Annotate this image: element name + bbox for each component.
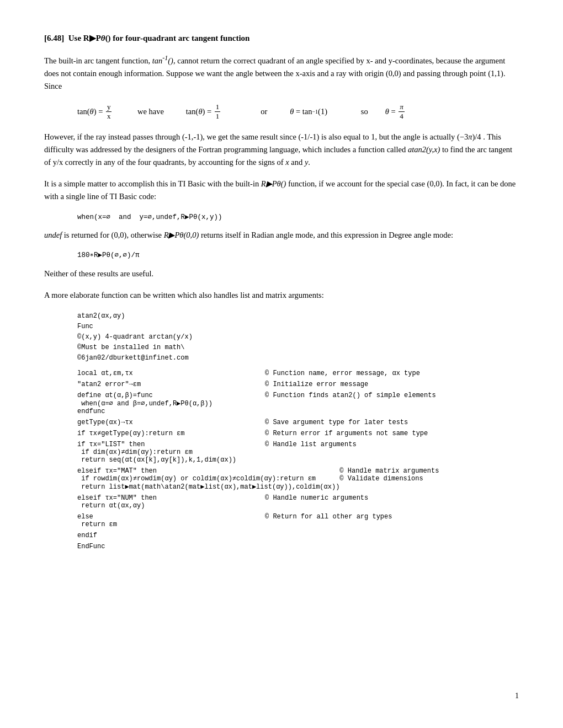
code-left-gettype: getType(αx)→τx bbox=[77, 419, 265, 426]
code-left-local: local αt,εm,τx bbox=[77, 370, 265, 377]
fraction-pi-over-4: π 4 bbox=[399, 103, 405, 120]
math-tan-theta-eq2: tan(θ) = 1 1 bbox=[186, 103, 221, 120]
math-tan-theta-eq: tan(θ) = y x bbox=[77, 103, 113, 120]
code-block-intro: atan2(αx,αy) Func ©(x,y) 4-quadrant arct… bbox=[77, 311, 519, 364]
code-line1: when(x=∅ and y=∅,undef,R▶Pθ(x,y)) bbox=[77, 212, 519, 223]
code-row-init: "atan2 error"→εm © Initialize error mess… bbox=[77, 381, 519, 388]
code-row-num: elseif τx="NUM" then return αt(αx,αy) © … bbox=[77, 494, 519, 510]
code-left-list: if τx="LIST" then if dim(αx)≠dim(αy):ret… bbox=[77, 441, 265, 464]
code-row-define: define αt(α,β)=func when(α=∅ and β=∅,und… bbox=[77, 392, 519, 415]
code-row-else: else return εm © Return for all other ar… bbox=[77, 513, 519, 528]
code-row-endfunc: EndFunc bbox=[77, 543, 519, 550]
code-table: local αt,εm,τx © Function name, error me… bbox=[77, 370, 519, 550]
code-line2: 180∗R▶Pθ(∅,∅)/π bbox=[77, 250, 519, 261]
code-right-list: © Handle list arguments bbox=[265, 441, 357, 464]
page-container: [6.48] Use R▶Pθ() for four-quadrant arc … bbox=[44, 33, 519, 550]
or-label: or bbox=[254, 107, 267, 116]
paragraph4: undef is returned for (0,0), otherwise R… bbox=[44, 229, 519, 242]
code-row-local: local αt,εm,τx © Function name, error me… bbox=[77, 370, 519, 377]
code-right-gettype: © Save argument type for later tests bbox=[265, 419, 408, 426]
code-right-mat: © Handle matrix arguments© Validate dime… bbox=[339, 467, 439, 491]
paragraph6: A more elaborate function can be written… bbox=[44, 289, 519, 302]
code-left-define: define αt(α,β)=func when(α=∅ and β=∅,und… bbox=[77, 392, 265, 415]
code-right-init: © Initialize error message bbox=[265, 381, 368, 388]
page-number: 1 bbox=[515, 692, 519, 700]
code-left-endfunc: EndFunc bbox=[77, 543, 265, 550]
code-right-define: © Function finds atan2() of simple eleme… bbox=[265, 392, 436, 415]
code-row-mat: elseif τx="MAT" then if rowdim(αx)≠rowdi… bbox=[77, 467, 519, 491]
fraction-1-over-1: 1 1 bbox=[215, 103, 221, 120]
paragraph5: Neither of these results are useful. bbox=[44, 267, 519, 280]
so-label: so bbox=[355, 107, 368, 116]
code-left-if-type: if τx≠getType(αy):return εm bbox=[77, 430, 265, 437]
code-left-endif: endif bbox=[77, 532, 265, 539]
math-theta-eq-pi-over-4: θ = π 4 bbox=[379, 103, 406, 120]
code-left-else: else return εm bbox=[77, 513, 265, 528]
paragraph3: It is a simple matter to accomplish this… bbox=[44, 178, 519, 203]
code-left-mat: elseif τx="MAT" then if rowdim(αx)≠rowdi… bbox=[77, 467, 339, 491]
code-row-list: if τx="LIST" then if dim(αx)≠dim(αy):ret… bbox=[77, 441, 519, 464]
math-theta-eq-tan-inv: θ = tan−1(1) bbox=[284, 107, 327, 116]
code-row-endif: endif bbox=[77, 532, 519, 539]
fraction-y-over-x: y x bbox=[106, 103, 112, 120]
code-right-else: © Return for all other arg types bbox=[265, 513, 392, 528]
we-have-label: we have bbox=[129, 107, 163, 116]
code-right-if-type: © Return error if arguments not same typ… bbox=[265, 430, 428, 437]
math-display-line: tan(θ) = y x we have tan(θ) = 1 1 or θ =… bbox=[77, 103, 519, 120]
paragraph2: However, if the ray instead passes throu… bbox=[44, 131, 519, 169]
code-right-local: © Function name, error message, αx type bbox=[265, 370, 420, 377]
code-row-if-type: if τx≠getType(αy):return εm © Return err… bbox=[77, 430, 519, 437]
section-header: [6.48] Use R▶Pθ() for four-quadrant arc … bbox=[44, 33, 519, 43]
code-left-init: "atan2 error"→εm bbox=[77, 381, 265, 388]
code-left-num: elseif τx="NUM" then return αt(αx,αy) bbox=[77, 494, 265, 510]
paragraph1: The built-in arc tangent function, tan-1… bbox=[44, 53, 519, 93]
code-row-gettype: getType(αx)→τx © Save argument type for … bbox=[77, 419, 519, 426]
code-right-num: © Handle numeric arguments bbox=[265, 494, 368, 510]
